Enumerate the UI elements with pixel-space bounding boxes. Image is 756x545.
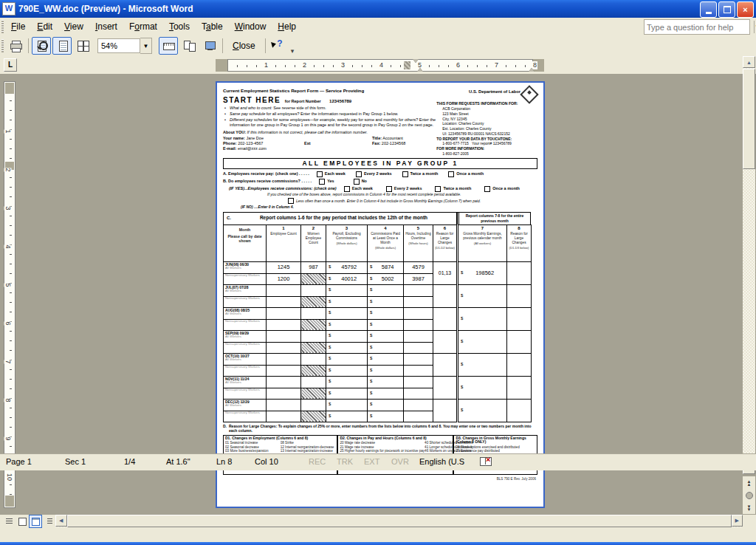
horizontal-ruler[interactable]: 12345678 [216, 59, 544, 72]
table-column-marker[interactable] [404, 61, 410, 69]
menu-tools[interactable]: Tools [163, 19, 196, 34]
checkbox[interactable] [435, 186, 441, 192]
table-row-all-workers: OCT(10) 10/27All Workers$$$ [224, 353, 532, 365]
scroll-up-button[interactable]: ▲ [743, 56, 755, 68]
checkbox[interactable] [356, 171, 362, 177]
outline-view-button[interactable] [42, 515, 55, 528]
status-trk[interactable]: TRK [337, 457, 353, 466]
status-ext[interactable]: EXT [364, 457, 379, 466]
checkbox[interactable] [386, 186, 392, 192]
scroll-right-button[interactable]: ▶ [732, 515, 743, 527]
menu-table[interactable]: Table [196, 19, 229, 34]
close-preview-button[interactable]: Close [226, 37, 262, 55]
menu-window[interactable]: Window [229, 19, 272, 34]
vruler-number: 10 [6, 473, 13, 481]
first-line-indent-marker[interactable] [413, 59, 419, 63]
section-b-ifno: (IF NO) ....Enter 0 in Column 4. [241, 205, 537, 210]
toolbar-grip[interactable] [1, 39, 4, 52]
about-you-line: About YOU: If this information is not co… [223, 130, 436, 135]
menu-format[interactable]: Format [123, 19, 163, 34]
checkbox[interactable] [344, 186, 350, 192]
checkbox-option[interactable]: No [354, 179, 367, 185]
vruler-number: 7 [4, 360, 12, 363]
view-ruler-button[interactable] [159, 37, 178, 55]
menu-help[interactable]: Help [272, 19, 302, 34]
normal-view-button[interactable] [2, 515, 16, 528]
status-rec[interactable]: REC [309, 457, 326, 466]
previous-page-button[interactable]: ▲▲ [743, 476, 755, 489]
magnifier-button[interactable] [32, 37, 51, 55]
checkbox-option[interactable]: Each week [317, 171, 346, 177]
vertical-ruler[interactable]: 12345678910 [4, 81, 16, 508]
right-indent-marker[interactable] [529, 68, 535, 72]
checkbox[interactable] [354, 179, 360, 185]
checkbox[interactable] [317, 171, 323, 177]
checkbox[interactable] [288, 198, 294, 204]
section-b-line: B. Do employees receive commissions? . .… [223, 179, 537, 185]
print-button[interactable] [6, 37, 25, 55]
scroll-left-button[interactable]: ◀ [55, 515, 67, 527]
status-at: At 1.6" [166, 457, 190, 466]
one-page-button[interactable] [52, 37, 72, 55]
shrink-to-fit-button[interactable] [179, 37, 199, 55]
reason-code-item: 25 Higher hourly earnings for piecework … [340, 449, 425, 453]
checkbox-option[interactable]: Every 2 weeks [386, 186, 422, 192]
checkbox[interactable] [402, 171, 408, 177]
web-layout-view-button[interactable] [16, 515, 29, 528]
vertical-scroll-thumb[interactable] [743, 69, 755, 169]
checkbox[interactable] [448, 171, 454, 177]
menu-edit[interactable]: Edit [31, 19, 58, 34]
section-d-text: D. Reason for Large Changes: To explain … [223, 424, 537, 433]
menu-insert[interactable]: Insert [89, 19, 123, 34]
column-header-7: 7Gross Monthly Earnings, previous calend… [458, 224, 507, 261]
toolbar-options-chevron[interactable]: ▾ [289, 47, 297, 55]
menu-view[interactable]: View [58, 19, 89, 34]
zoom-dropdown-arrow[interactable]: ▼ [140, 38, 152, 54]
column-header-6: 6Reason for Large Changes(D1-D2 below) [433, 224, 458, 261]
checkbox-option[interactable]: Twice a month [435, 186, 471, 192]
next-page-button[interactable]: ▼▼ [743, 501, 755, 514]
document-page[interactable]: Current Employment Statistics Report For… [216, 81, 545, 508]
full-screen-button[interactable] [200, 37, 219, 55]
pay-table-body: JUN(06) 06/30All Workers1245987$45792$58… [224, 261, 532, 422]
fax: Fax: 202-1234568 [372, 141, 436, 146]
multiple-pages-button[interactable] [73, 37, 92, 55]
form-bullet: •Same pay schedule for all employees? En… [224, 112, 436, 117]
select-browse-object-button[interactable] [743, 489, 755, 501]
form-bullet: •Different pay schedules for some employ… [224, 117, 436, 128]
tab-stop-selector[interactable]: L [4, 58, 17, 72]
status-bar: Page 1 Sec 1 1/4 At 1.6" Ln 8 Col 10 REC… [0, 453, 756, 470]
column-header-5: 5Hours, Including Overtime(Whole hours) [404, 224, 433, 261]
checkbox[interactable] [484, 186, 490, 192]
minimize-button[interactable] [700, 1, 717, 18]
checkbox-option[interactable]: Every 2 weeks [356, 171, 392, 177]
vertical-scrollbar[interactable]: ▲ ▼ [743, 56, 755, 474]
checkbox-option[interactable]: Yes [319, 179, 334, 185]
menu-grip[interactable] [1, 20, 4, 33]
checkbox-option[interactable]: Twice a month [402, 171, 439, 177]
table-row-all-workers: AUG(08) 08/25All Workers$$$ [224, 307, 532, 319]
menu-file[interactable]: File [5, 19, 31, 34]
restore-button[interactable] [718, 1, 735, 18]
form-footer: BLS 790 E Rev. July 2006 [223, 477, 536, 481]
spelling-status-icon[interactable]: × [480, 456, 493, 466]
checkbox[interactable] [319, 179, 325, 185]
section-b-ifyes: (IF YES)...Employees receive commissions… [229, 186, 537, 192]
print-layout-view-button[interactable] [29, 515, 42, 528]
help-button[interactable]: ? [269, 37, 288, 55]
horizontal-scroll-thumb[interactable] [67, 515, 732, 527]
month-column-header: MonthPlease call by date shown [224, 224, 267, 261]
status-ovr[interactable]: OVR [391, 457, 409, 466]
hruler-number: 4 [379, 61, 384, 69]
hanging-indent-marker[interactable] [417, 68, 423, 72]
close-window-button[interactable]: × [737, 1, 754, 18]
column-header-2: 2Women Employee Count [301, 224, 326, 261]
checkbox-option[interactable]: Once a month [448, 171, 484, 177]
checkbox-option[interactable]: Once a month [484, 186, 520, 192]
horizontal-scrollbar[interactable]: ◀ ▶ [0, 515, 743, 527]
checkbox-option[interactable]: Each week [344, 186, 373, 192]
less-often-option: Less often than once a month. Enter 0 in… [288, 198, 537, 204]
help-question-input[interactable] [645, 23, 754, 32]
help-question-box[interactable]: ▼ [644, 19, 750, 35]
zoom-level-field[interactable]: 54% [97, 38, 140, 53]
